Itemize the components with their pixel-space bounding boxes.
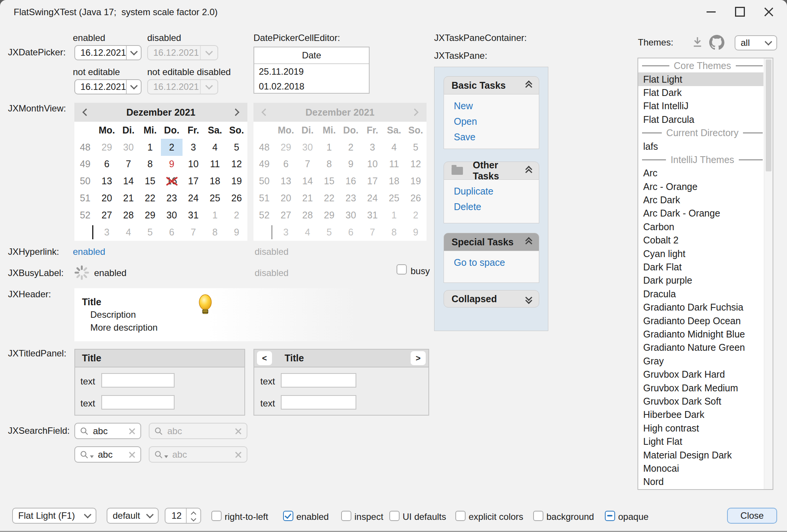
day-cell[interactable]: 5 xyxy=(139,224,161,241)
search-input[interactable] xyxy=(92,425,125,437)
day-cell[interactable]: 12 xyxy=(226,156,247,173)
day-cell[interactable]: 30 xyxy=(161,207,183,224)
day-cell[interactable]: 8 xyxy=(139,156,161,173)
day-cell[interactable]: 31 xyxy=(183,207,204,224)
day-cell[interactable]: 9 xyxy=(226,224,247,241)
day-cell[interactable]: 18 xyxy=(204,173,226,190)
taskpane-header[interactable]: Other Tasks xyxy=(444,162,539,180)
day-cell-crossed[interactable]: 16 xyxy=(161,173,183,190)
theme-item[interactable]: Flat Darcula xyxy=(638,113,763,126)
theme-item[interactable]: Gradianto Dark Fuchsia xyxy=(638,301,763,314)
day-cell[interactable]: 23 xyxy=(161,190,183,207)
theme-item[interactable]: High contrast xyxy=(638,422,763,435)
ui-defaults-checkbox[interactable] xyxy=(389,511,400,521)
day-cell[interactable]: 13 xyxy=(96,173,118,190)
search-field[interactable] xyxy=(74,423,141,439)
collapse-icon[interactable] xyxy=(526,82,531,89)
day-cell[interactable]: 7 xyxy=(183,224,204,241)
theme-item[interactable]: Arc xyxy=(638,166,763,180)
github-icon[interactable] xyxy=(709,35,724,50)
search-input[interactable] xyxy=(97,449,125,460)
task-link[interactable]: Delete xyxy=(454,201,539,212)
day-cell[interactable]: 6 xyxy=(96,156,118,173)
day-cell[interactable]: 20 xyxy=(96,190,118,207)
task-link[interactable]: Save xyxy=(454,132,539,143)
theme-item[interactable]: Gruvbox Dark Medium xyxy=(638,381,763,394)
hyperlink-enabled[interactable]: enabled xyxy=(73,246,105,257)
collapse-icon[interactable] xyxy=(526,238,531,246)
font-family-combo[interactable]: default xyxy=(107,508,159,524)
theme-item[interactable]: Cyan light xyxy=(638,247,763,260)
datepicker-enabled[interactable]: 16.12.2021 xyxy=(74,45,142,60)
day-cell[interactable]: 3 xyxy=(96,224,118,241)
task-link[interactable]: New xyxy=(454,100,539,111)
theme-item[interactable]: Light Flat xyxy=(638,435,763,448)
text-input[interactable] xyxy=(281,395,356,410)
task-link[interactable]: Duplicate xyxy=(454,186,539,197)
table-column-header[interactable]: Date xyxy=(254,47,369,64)
day-cell[interactable]: 28 xyxy=(118,207,139,224)
day-cell[interactable]: 4 xyxy=(204,139,226,156)
minimize-button[interactable] xyxy=(697,2,726,22)
day-cell[interactable]: 11 xyxy=(204,156,226,173)
theme-item[interactable]: Hiberbee Dark xyxy=(638,408,763,421)
theme-item[interactable]: Gradianto Midnight Blue xyxy=(638,328,763,341)
day-cell[interactable]: 24 xyxy=(183,190,204,207)
titled-panel-prev-button[interactable]: < xyxy=(257,351,272,366)
datepicker-dropdown-button[interactable] xyxy=(126,46,141,60)
theme-item[interactable]: Monocai xyxy=(638,462,763,475)
close-window-button[interactable] xyxy=(754,2,783,22)
themes-filter-combo[interactable]: all xyxy=(735,35,777,50)
taskpane-header[interactable]: Basic Tasks xyxy=(444,76,539,94)
text-input[interactable] xyxy=(281,373,356,388)
clear-icon[interactable] xyxy=(128,451,136,458)
theme-item[interactable]: Gray xyxy=(638,355,763,368)
theme-item[interactable]: Gradianto Nature Green xyxy=(638,341,763,354)
datepicker-dropdown-button[interactable] xyxy=(126,80,141,94)
next-month-icon[interactable] xyxy=(232,108,239,116)
theme-item[interactable]: Gruvbox Dark Soft xyxy=(638,395,763,408)
text-input[interactable] xyxy=(101,373,175,388)
day-cell[interactable]: 8 xyxy=(204,224,226,241)
day-cell[interactable]: 30 xyxy=(118,139,139,156)
day-cell[interactable]: 1 xyxy=(204,207,226,224)
font-size-spinner[interactable]: 12 xyxy=(165,508,201,524)
theme-item[interactable]: Nord xyxy=(638,475,763,488)
datepicker-not-editable[interactable]: 16.12.2021 xyxy=(74,79,142,94)
close-button[interactable]: Close xyxy=(727,508,777,524)
day-cell[interactable]: 1 xyxy=(139,139,161,156)
theme-item[interactable]: Carbon xyxy=(638,220,763,234)
search-field-with-menu[interactable] xyxy=(74,446,141,463)
theme-item[interactable]: lafs xyxy=(638,140,763,153)
day-cell[interactable]: 7 xyxy=(118,156,139,173)
busy-checkbox[interactable] xyxy=(397,264,407,275)
theme-item[interactable]: Arc Dark - Orange xyxy=(638,207,763,220)
day-cell[interactable]: 6 xyxy=(161,224,183,241)
spinner-buttons[interactable] xyxy=(186,508,200,523)
background-checkbox[interactable] xyxy=(533,511,543,521)
day-cell[interactable]: 15 xyxy=(139,173,161,190)
task-link[interactable]: Open xyxy=(454,116,539,127)
theme-item[interactable]: Dracula xyxy=(638,287,763,301)
day-cell[interactable]: 22 xyxy=(139,190,161,207)
day-cell-selected[interactable]: 2 xyxy=(161,139,183,156)
right-to-left-checkbox[interactable] xyxy=(211,511,222,521)
day-cell[interactable]: 29 xyxy=(139,207,161,224)
scrollbar-thumb[interactable] xyxy=(766,60,771,171)
theme-item[interactable]: Dark purple xyxy=(638,274,763,287)
day-cell[interactable]: 17 xyxy=(183,173,204,190)
day-cell[interactable]: 26 xyxy=(226,190,247,207)
lookandfeel-combo[interactable]: Flat Light (F1) xyxy=(12,508,96,524)
expand-icon[interactable] xyxy=(526,295,531,303)
day-cell[interactable]: 5 xyxy=(226,139,247,156)
theme-item[interactable]: Gruvbox Dark Hard xyxy=(638,368,763,381)
download-icon[interactable] xyxy=(692,36,703,48)
table-row[interactable]: 25.11.2019 xyxy=(254,64,369,79)
collapse-icon[interactable] xyxy=(526,167,531,175)
day-cell[interactable]: 3 xyxy=(183,139,204,156)
enabled-checkbox[interactable] xyxy=(283,511,293,521)
table-row[interactable]: 01.02.2018 xyxy=(254,79,369,94)
text-input[interactable] xyxy=(101,395,175,410)
day-cell[interactable]: 10 xyxy=(183,156,204,173)
day-cell[interactable]: 4 xyxy=(118,224,139,241)
